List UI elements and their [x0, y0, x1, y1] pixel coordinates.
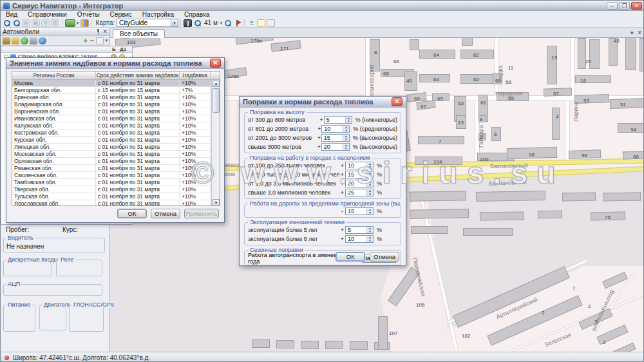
correction-spinbox[interactable]: 10▲▼	[321, 125, 350, 133]
tab-scroll-icon[interactable]: ▾	[630, 30, 634, 36]
table-row[interactable]: Рязанская обл.с 01 ноября по 31 марта+10…	[12, 165, 220, 172]
spin-down-icon[interactable]: ▼	[367, 211, 373, 214]
notes-icon[interactable]	[257, 19, 265, 27]
correction-spinbox[interactable]: 15▲▼	[345, 171, 374, 178]
correction-spinbox[interactable]: 20▲▼	[321, 143, 350, 151]
winter-cancel-button[interactable]: Отмена	[151, 209, 180, 218]
tab-all-objects[interactable]: Все объекты	[113, 29, 165, 38]
zoom-scale-dropdown[interactable]: ▾	[220, 21, 223, 26]
globe-green-icon[interactable]	[21, 37, 28, 44]
combo-arrow-icon[interactable]: ▾	[171, 19, 178, 26]
table-row[interactable]: Московская обл.с 01 ноября по 31 марта+1…	[12, 151, 220, 158]
correction-spinbox[interactable]: 15▲▼	[321, 134, 350, 142]
correction-value[interactable]: 5	[346, 227, 366, 233]
add-vehicle-button[interactable]: +	[84, 37, 88, 44]
scroll-up-icon[interactable]: ▲	[213, 80, 220, 87]
col-allowance[interactable]: Надбавка	[180, 71, 211, 79]
spin-down-icon[interactable]: ▼	[346, 120, 352, 123]
binoculars-icon[interactable]	[3, 37, 10, 44]
maximize-button[interactable]: ❐	[619, 2, 630, 10]
correction-spinbox[interactable]: 25▲▼	[345, 189, 374, 196]
vehicles-panel-header[interactable]: Автомобили ✕	[1, 28, 109, 36]
winter-dialog-titlebar[interactable]: Значения зимних надбавок к нормам расход…	[6, 58, 224, 69]
poi-flag-icon[interactable]	[233, 19, 242, 27]
table-row[interactable]: Тамбовская обл.с 01 ноября по 31 марта+1…	[12, 179, 220, 186]
zoom-window-icon[interactable]	[3, 19, 11, 27]
menu-item-Настройка[interactable]: Настройка	[137, 11, 179, 19]
table-row[interactable]: Липецкая обл.с 01 ноября по 31 марта+10%	[12, 144, 220, 151]
minimize-button[interactable]: ─	[607, 2, 618, 10]
table-row[interactable]: Белгородская обл.с 15 ноября по 15 марта…	[12, 87, 220, 94]
camera-icon[interactable]	[30, 37, 37, 44]
correction-value[interactable]: 20	[322, 144, 343, 150]
table-scrollbar[interactable]: ▲ ▼	[211, 80, 220, 206]
correction-value[interactable]: 10	[322, 126, 343, 132]
menu-item-Вид[interactable]: Вид	[1, 11, 23, 19]
menu-item-Справочники[interactable]: Справочники	[23, 11, 72, 19]
table-row[interactable]: Смоленская обл.с 01 ноября по 31 марта+1…	[12, 172, 220, 179]
spin-down-icon[interactable]: ▼	[343, 147, 349, 150]
zoom-scale-icon[interactable]	[193, 19, 202, 27]
correction-spinbox[interactable]: 10▲▼	[345, 162, 374, 169]
spin-down-icon[interactable]: ▼	[367, 175, 373, 178]
correction-value[interactable]: 20	[346, 180, 366, 187]
menu-item-Сервис[interactable]: Сервис	[105, 11, 137, 19]
col-period[interactable]: Срок действия зимних надбавок	[96, 71, 180, 79]
table-row[interactable]: Тульская обл.с 01 ноября по 31 марта+10%	[12, 193, 220, 200]
table-row[interactable]: Костромская обл.с 01 ноября по 31 марта+…	[12, 129, 220, 137]
correction-value[interactable]: 15	[346, 208, 366, 214]
remove-vehicle-button[interactable]: −	[90, 37, 94, 44]
correction-spinbox[interactable]: 10▲▼	[345, 235, 374, 243]
table-row[interactable]: Курская обл.с 01 ноября по 31 марта+10%	[12, 137, 220, 144]
columns-button[interactable]	[96, 37, 104, 44]
correction-value[interactable]: 15	[346, 171, 366, 178]
map-select-combo[interactable]: CityGuide ▾	[117, 19, 178, 27]
table-row[interactable]: Брянская обл.с 01 ноября по 31 марта+10%	[12, 94, 220, 101]
winter-ok-button[interactable]: ОК	[117, 209, 147, 218]
menu-item-Отчёты[interactable]: Отчёты	[72, 11, 105, 19]
menu-item-Справка[interactable]: Справка	[179, 11, 214, 19]
search-icon[interactable]	[12, 19, 21, 27]
vehicle-tools-icon[interactable]	[65, 19, 75, 27]
table-row[interactable]: Калужская обл.с 01 ноября по 31 марта+10…	[12, 122, 220, 129]
close-button[interactable]: ✕	[631, 2, 642, 10]
pin-icon[interactable]	[96, 29, 100, 35]
spin-down-icon[interactable]: ▼	[343, 138, 349, 141]
brush-icon[interactable]	[12, 37, 19, 44]
spin-down-icon[interactable]: ▼	[367, 239, 373, 242]
corrections-dialog-titlebar[interactable]: Поправки к нормам расхода топлива ✕	[240, 97, 406, 108]
winter-dialog-close-icon[interactable]: ✕	[210, 59, 221, 68]
title-bar[interactable]: Сириус Навигатор - Интегратор ─ ❐ ✕	[1, 1, 644, 11]
reports-chart-icon[interactable]	[80, 19, 89, 27]
col-region[interactable]: Регионы России	[12, 71, 96, 79]
tab-close-icon[interactable]: ✕	[637, 30, 642, 36]
panel-close-icon[interactable]: ✕	[102, 29, 108, 35]
table-row[interactable]: Ярославская обл.с 01 ноября по 31 марта+…	[12, 200, 220, 206]
track-mode-button[interactable]	[184, 19, 192, 27]
corrections-cancel-button[interactable]: Отмена	[370, 252, 399, 262]
correction-spinbox[interactable]: 20▲▼	[345, 180, 374, 187]
globe-blue-icon[interactable]	[39, 37, 46, 44]
correction-value[interactable]: 25	[346, 189, 366, 196]
corrections-ok-button[interactable]: ОК	[336, 252, 365, 262]
zoom-out-icon[interactable]	[223, 19, 232, 27]
selection-box-icon[interactable]	[267, 19, 275, 27]
table-row[interactable]: Москвас 01 ноября по 31 марта+10%	[12, 80, 220, 87]
spin-down-icon[interactable]: ▼	[367, 193, 373, 196]
correction-value[interactable]: 10	[346, 236, 366, 242]
spin-down-icon[interactable]: ▼	[367, 230, 373, 233]
correction-value[interactable]: 5	[325, 117, 345, 123]
table-row[interactable]: Владимирская обл.с 01 ноября по 31 марта…	[12, 101, 220, 108]
table-row[interactable]: Ивановская обл.с 01 ноября по 31 марта+1…	[12, 115, 220, 122]
table-row[interactable]: Воронежская обл.с 01 ноября по 31 марта+…	[12, 108, 220, 115]
correction-value[interactable]: 15	[322, 135, 343, 141]
correction-spinbox[interactable]: 5▲▼	[345, 226, 374, 234]
object-list-icon[interactable]: ≡	[247, 19, 256, 27]
table-row[interactable]: Тверская обл.с 01 ноября по 31 марта+10%	[12, 186, 220, 193]
correction-spinbox[interactable]: 15▲▼	[345, 207, 374, 215]
vehicle-tools-dropdown[interactable]: ▾	[77, 21, 79, 26]
spin-down-icon[interactable]: ▼	[367, 184, 373, 187]
spin-down-icon[interactable]: ▼	[367, 166, 373, 169]
table-row[interactable]: Орловская обл.с 01 ноября по 31 марта+10…	[12, 158, 220, 165]
scroll-down-icon[interactable]: ▼	[213, 199, 220, 206]
